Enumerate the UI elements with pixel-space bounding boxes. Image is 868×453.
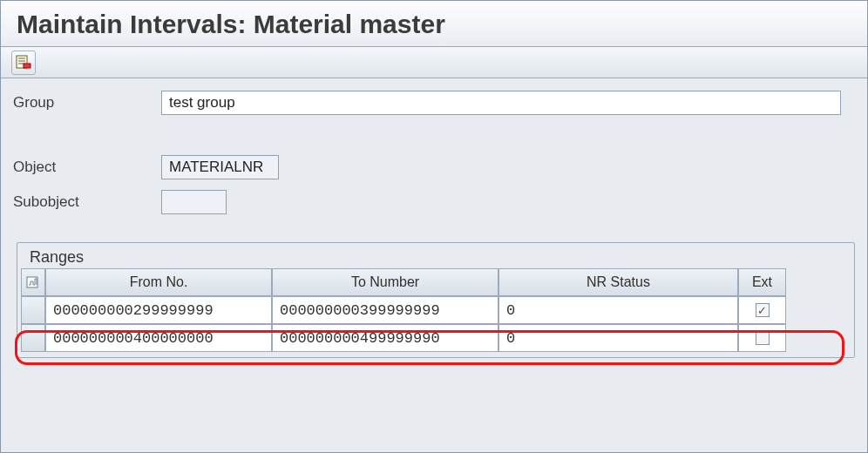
- row-selector[interactable]: [21, 296, 45, 324]
- subobject-label: Subobject: [13, 193, 161, 211]
- col-from[interactable]: From No.: [45, 268, 272, 296]
- col-to[interactable]: To Number: [272, 268, 498, 296]
- ranges-panel: Ranges From No. To Number NR Status Ext: [17, 242, 855, 358]
- object-label: Object: [13, 159, 161, 176]
- intervals-icon: [16, 55, 31, 71]
- group-label: Group: [13, 94, 161, 112]
- object-field: [161, 155, 279, 179]
- page-title: Maintain Intervals: Material master: [17, 10, 851, 39]
- toolbar: [1, 47, 867, 78]
- cell-from[interactable]: 000000000299999999: [45, 296, 272, 324]
- select-all-icon: [26, 275, 40, 289]
- cell-to[interactable]: 000000000399999999: [272, 296, 498, 324]
- cell-from[interactable]: 000000000400000000: [45, 324, 272, 352]
- group-field[interactable]: [161, 91, 841, 115]
- intervals-button[interactable]: [11, 51, 36, 75]
- col-ext[interactable]: Ext: [738, 268, 786, 296]
- col-status[interactable]: NR Status: [498, 268, 738, 296]
- cell-to[interactable]: 000000000499999990: [272, 324, 498, 352]
- cell-ext[interactable]: [738, 296, 786, 324]
- row-selector-header[interactable]: [21, 268, 45, 296]
- ext-checkbox[interactable]: [756, 331, 770, 345]
- ranges-title: Ranges: [17, 243, 854, 268]
- cell-status[interactable]: 0: [498, 324, 738, 352]
- cell-ext[interactable]: [738, 324, 786, 352]
- subobject-field: [161, 190, 227, 214]
- row-selector[interactable]: [21, 324, 45, 352]
- svg-rect-4: [24, 64, 31, 68]
- cell-status[interactable]: 0: [498, 296, 738, 324]
- ext-checkbox[interactable]: [756, 303, 770, 317]
- ranges-grid: From No. To Number NR Status Ext 0000000…: [21, 268, 849, 352]
